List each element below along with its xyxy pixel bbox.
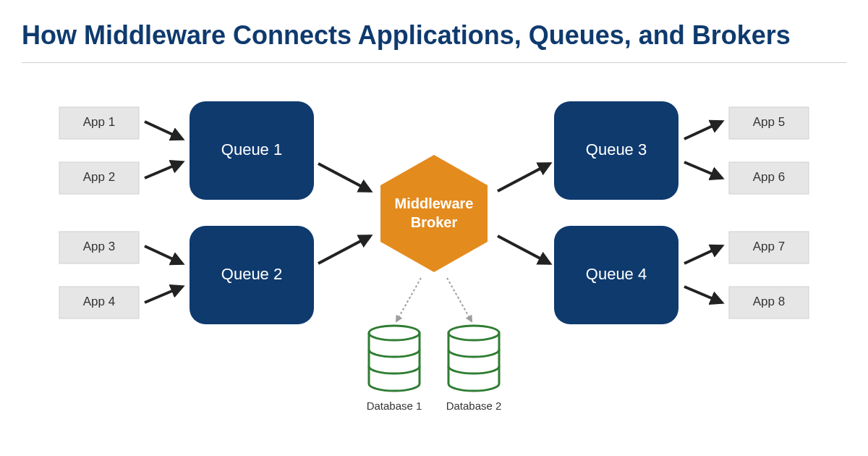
queue-label: Queue 4 (586, 265, 647, 283)
app-label: App 8 (753, 295, 785, 308)
database-icon (369, 326, 420, 391)
app-label: App 7 (753, 240, 785, 253)
database-label: Database 1 (367, 400, 422, 412)
queue-box: Queue 2 (190, 226, 314, 324)
arrow-icon (145, 122, 182, 139)
arrow-icon (684, 246, 722, 263)
app-label: App 5 (753, 115, 785, 129)
queue-label: Queue 2 (221, 265, 282, 283)
svg-point-14 (448, 326, 499, 340)
queue-box: Queue 1 (190, 101, 314, 200)
broker-label-line1: Middleware (395, 195, 474, 211)
app-box: App 6 (729, 162, 809, 194)
arrow-icon (684, 287, 722, 303)
queue-label: Queue 3 (586, 140, 647, 159)
broker-hexagon: Middleware Broker (380, 155, 488, 272)
architecture-diagram: App 1 App 2 App 3 App 4 Queue 1 Queue 2 … (0, 0, 868, 456)
app-box: App 1 (59, 107, 139, 139)
arrow-icon (145, 162, 182, 178)
app-box: App 5 (729, 107, 809, 139)
arrow-icon (684, 122, 722, 139)
database-icon (448, 326, 499, 391)
arrow-icon (145, 287, 182, 303)
arrow-icon (498, 236, 550, 263)
app-label: App 2 (83, 170, 115, 184)
app-box: App 4 (59, 287, 139, 318)
dotted-arrow-icon (447, 278, 472, 321)
arrow-icon (145, 246, 182, 263)
arrow-icon (318, 236, 370, 263)
app-label: App 4 (83, 295, 115, 308)
queue-box: Queue 3 (554, 101, 678, 200)
arrow-icon (684, 162, 722, 178)
database-label: Database 2 (446, 400, 502, 412)
queue-box: Queue 4 (554, 226, 678, 324)
app-box: App 7 (729, 232, 809, 263)
app-box: App 8 (729, 287, 809, 318)
arrow-icon (318, 164, 370, 191)
broker-label-line2: Broker (411, 214, 458, 230)
app-label: App 6 (753, 170, 785, 184)
app-box: App 2 (59, 162, 139, 194)
arrow-icon (498, 164, 550, 191)
app-box: App 3 (59, 232, 139, 263)
app-label: App 3 (83, 240, 115, 253)
dotted-arrow-icon (396, 278, 421, 321)
svg-marker-12 (380, 155, 488, 272)
app-label: App 1 (83, 115, 115, 129)
svg-point-13 (369, 326, 420, 340)
queue-label: Queue 1 (221, 140, 282, 159)
